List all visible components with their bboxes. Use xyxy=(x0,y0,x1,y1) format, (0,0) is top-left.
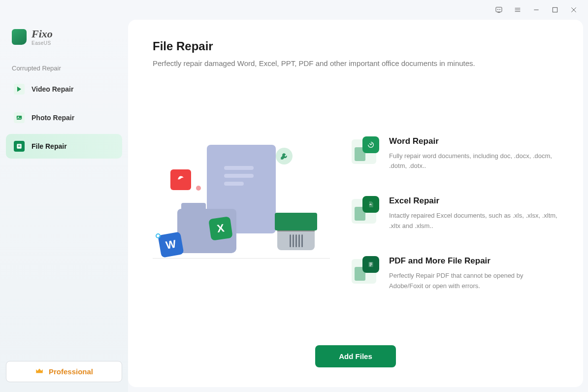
feature-excel-repair: Excel Repair Intactly repaired Excel doc… xyxy=(355,196,558,231)
feature-title: Excel Repair xyxy=(389,196,558,206)
logo-mark-icon xyxy=(12,29,27,45)
sidebar-item-label: Video Repair xyxy=(32,85,73,93)
page-title: File Repair xyxy=(153,39,558,53)
add-files-button[interactable]: Add Files xyxy=(315,345,396,367)
professional-button[interactable]: Professional xyxy=(6,361,122,382)
excel-feature-icon xyxy=(362,196,379,213)
svg-rect-19 xyxy=(369,265,371,266)
app-name: Fixo xyxy=(32,28,53,40)
svg-rect-7 xyxy=(553,7,557,12)
feature-word-repair: Word Repair Fully repair word documents,… xyxy=(355,136,558,172)
app-vendor: EaseUS xyxy=(32,40,53,46)
word-tile-icon: W xyxy=(158,231,184,258)
sidebar-item-photo-repair[interactable]: Photo Repair xyxy=(6,105,122,130)
svg-point-1 xyxy=(497,9,498,10)
sidebar-item-label: File Repair xyxy=(32,142,67,150)
feedback-icon[interactable] xyxy=(494,5,503,14)
feature-desc: Fully repair word documents, including d… xyxy=(389,151,558,172)
page-subtitle: Perfectly repair damaged Word, Excel, PP… xyxy=(153,59,558,67)
minimize-button[interactable] xyxy=(532,5,541,14)
svg-point-2 xyxy=(499,9,500,10)
feature-desc: Perfectly Repair PDF that cannot be open… xyxy=(389,271,558,292)
feature-desc: Intactly repaired Excel documents, such … xyxy=(389,211,558,231)
crown-icon xyxy=(35,366,44,377)
wrench-icon xyxy=(276,148,293,164)
main-panel: File Repair Perfectly repair damaged Wor… xyxy=(128,20,583,387)
feature-list: Word Repair Fully repair word documents,… xyxy=(355,127,558,292)
add-files-label: Add Files xyxy=(339,352,372,360)
app-logo: Fixo EaseUS xyxy=(6,25,122,56)
file-repair-illustration: X W xyxy=(153,135,340,283)
titlebar xyxy=(0,0,588,20)
word-feature-icon xyxy=(362,136,379,153)
pdf-feature-icon xyxy=(362,256,379,273)
sidebar-section-label: Corrupted Repair xyxy=(6,56,122,77)
feature-title: PDF and More File Repair xyxy=(389,256,558,266)
menu-icon[interactable] xyxy=(513,5,522,14)
svg-marker-10 xyxy=(17,87,21,92)
photo-icon xyxy=(14,112,25,123)
close-button[interactable] xyxy=(569,5,578,14)
pdf-tile-icon xyxy=(170,169,191,190)
svg-rect-0 xyxy=(496,7,502,12)
svg-rect-17 xyxy=(369,262,372,263)
professional-label: Professional xyxy=(49,367,93,376)
excel-tile-icon: X xyxy=(208,216,233,241)
sidebar-item-video-repair[interactable]: Video Repair xyxy=(6,77,122,101)
maximize-button[interactable] xyxy=(551,5,559,14)
sidebar-item-label: Photo Repair xyxy=(32,114,74,122)
feature-title: Word Repair xyxy=(389,136,558,146)
video-icon xyxy=(14,84,25,95)
svg-rect-18 xyxy=(369,264,372,264)
sidebar-item-file-repair[interactable]: File Repair xyxy=(6,134,122,159)
feature-pdf-repair: PDF and More File Repair Perfectly Repai… xyxy=(355,256,558,292)
toolbox-icon xyxy=(275,213,317,252)
sidebar: Fixo EaseUS Corrupted Repair Video Repai… xyxy=(0,20,128,392)
file-icon xyxy=(14,141,25,152)
